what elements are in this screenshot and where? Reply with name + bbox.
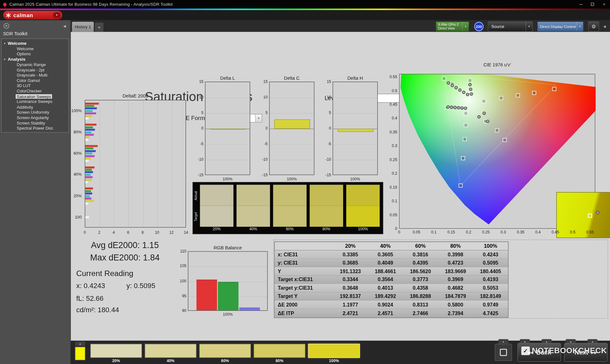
table-row: ΔE ITP2.47212.45712.74662.73944.7425 xyxy=(274,309,508,317)
chevron-up-icon[interactable]: ▲ xyxy=(498,339,509,344)
collapse-right-panel-button[interactable]: ◀ xyxy=(601,23,608,30)
source-dropdown[interactable]: Source ▼ xyxy=(488,21,533,31)
swatch-label: 20% xyxy=(200,227,233,231)
bar xyxy=(85,176,92,178)
expander-icon: ▾ xyxy=(4,41,8,45)
table-row-label: ΔE ITP xyxy=(274,309,333,317)
y-tick-label: 15 xyxy=(318,79,331,84)
next-button[interactable]: Next ▶▶ xyxy=(564,343,608,362)
table-cell: 0.5800 xyxy=(438,301,473,309)
gear-icon[interactable]: ⚙ xyxy=(588,21,599,31)
bar xyxy=(85,160,89,162)
table-row-label: Target Y xyxy=(274,292,333,300)
sidebar-item-grayscale-multi[interactable]: Grayscale - Multi xyxy=(2,72,69,78)
bar xyxy=(85,216,89,218)
sidebar-item-options[interactable]: Options xyxy=(2,51,69,57)
table-cell: 0.9749 xyxy=(473,301,508,309)
table-column-header: 60% xyxy=(403,242,438,250)
display-control-dropdown[interactable]: Direct Display Control ▼ xyxy=(537,21,584,31)
tab-history-1[interactable]: History 1 xyxy=(72,22,94,32)
sidebar-group-welcome[interactable]: ▾Welcome xyxy=(2,40,69,46)
pattern-preview-swatch[interactable] xyxy=(75,347,85,360)
chart-title: RGB Balance xyxy=(188,245,268,250)
target-icon[interactable] xyxy=(3,23,9,29)
gridline xyxy=(270,129,314,129)
sidebar-item-welcome[interactable]: Welcome xyxy=(2,46,69,51)
bar xyxy=(85,129,95,131)
app-window: Calman 2025 Calman Ultimate for Business… xyxy=(0,0,610,364)
y-tick-label: -15 xyxy=(191,173,203,177)
cie-measured-point xyxy=(458,89,461,91)
y-tick-label: 10 xyxy=(318,95,331,99)
table-cell: 0.4358 xyxy=(403,284,438,292)
pattern-patch-20%[interactable] xyxy=(90,344,142,358)
x-tick-label: 0.55 xyxy=(584,230,596,234)
swatch-column xyxy=(310,185,343,227)
chevron-up-icon[interactable]: ▲ xyxy=(75,341,85,346)
minimize-button[interactable] xyxy=(575,0,587,9)
window-pattern-button[interactable] xyxy=(495,344,512,361)
cie-target-point xyxy=(482,99,485,103)
bar xyxy=(85,195,90,197)
gridline xyxy=(100,100,100,227)
meter-dropdown[interactable]: X-Rite i1Pro 2 Direct View ▼ xyxy=(436,21,469,31)
delta-l-plot xyxy=(205,82,250,175)
target-swatch xyxy=(200,206,233,227)
table-cell: 4.7425 xyxy=(473,309,508,317)
y-tick-label: -10 xyxy=(318,157,331,161)
gridline xyxy=(333,113,377,113)
bar xyxy=(85,166,95,168)
table-cell: 183.9669 xyxy=(438,267,473,275)
table-row-label: ΔE 2000 xyxy=(274,301,333,309)
calman-menu-arrow-icon[interactable]: ▼ xyxy=(53,12,61,18)
cie-measured-point xyxy=(455,86,458,89)
pattern-patch-60%[interactable] xyxy=(199,344,251,358)
cie-plot xyxy=(399,74,595,229)
sidebar-group-analysis[interactable]: ▾Analysis xyxy=(2,57,69,62)
swatch-column xyxy=(236,185,270,227)
sidebar-item-colorchecker[interactable]: ColorChecker xyxy=(2,88,69,94)
pattern-patch-label: 60% xyxy=(199,359,251,363)
y-tick-label: -10 xyxy=(191,157,203,161)
y-tick-label: 40% xyxy=(58,172,82,177)
close-button[interactable]: × xyxy=(598,0,610,9)
pattern-patch-40%[interactable] xyxy=(145,344,197,358)
sidebar-collapse-button[interactable]: ◀ xyxy=(61,23,68,29)
gridline xyxy=(206,144,250,145)
swatch-column xyxy=(200,185,233,227)
target-swatch xyxy=(310,206,343,227)
pattern-patch-label: 40% xyxy=(145,359,197,363)
cie-target-point xyxy=(499,96,503,100)
sidebar-item-grayscale-2pt[interactable]: Grayscale - 2pt xyxy=(2,67,69,73)
back-label: Back xyxy=(536,349,551,356)
y-tick-label: 0.4 xyxy=(379,116,397,120)
table-row: y: CIE310.36850.40490.43950.47230.5095 xyxy=(274,259,508,267)
calman-menu-button[interactable]: calman ▼ xyxy=(3,11,62,19)
table-cell: 0.4243 xyxy=(473,251,508,259)
target-swatch xyxy=(346,206,380,227)
table-row: Target Y192.8137189.4292186.8288184.7879… xyxy=(274,292,508,300)
meter-count-badge: 230 xyxy=(474,22,484,31)
sidebar-item-color-gamut[interactable]: Color Gamut xyxy=(2,78,69,83)
table-cell: 1.1977 xyxy=(333,301,368,309)
pattern-patch-80%[interactable] xyxy=(254,344,305,358)
pattern-patch-100%[interactable] xyxy=(308,344,360,358)
chart-title: CIE 1976 u'v' xyxy=(399,62,595,68)
sidebar-item-3d-lut[interactable]: 3D LUT xyxy=(2,83,69,89)
sidebar-item-label: Screen Stability xyxy=(16,120,46,125)
maximize-button[interactable] xyxy=(587,0,599,9)
blue-bar xyxy=(239,308,260,310)
bar xyxy=(274,119,310,129)
expander-icon: ▾ xyxy=(4,57,8,61)
y-tick-label: 0 xyxy=(191,126,203,130)
target-row-label: Target xyxy=(194,206,199,227)
sidebar-item-dynamic-range[interactable]: Dynamic Range xyxy=(2,62,69,67)
x-tick-label: 10 xyxy=(152,230,162,234)
table-cell: 0.3685 xyxy=(333,259,368,267)
sidebar-item-label: Saturation Sweeps xyxy=(16,94,52,99)
table-column-header: 80% xyxy=(438,242,473,250)
back-button[interactable]: ◀◀ Back xyxy=(518,343,561,362)
x-tick-label: 0.25 xyxy=(480,230,492,234)
add-tab-button[interactable]: + xyxy=(95,23,104,32)
sidebar-item-label: Options xyxy=(16,51,32,56)
